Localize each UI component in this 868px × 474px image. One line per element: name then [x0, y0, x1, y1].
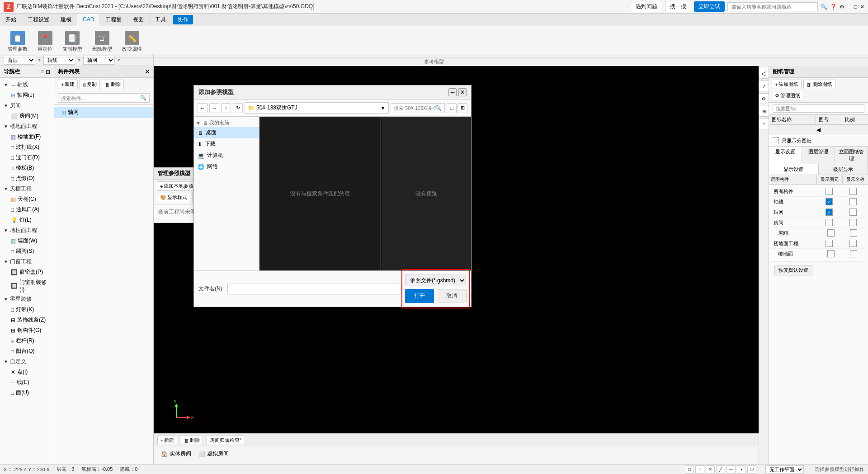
tab-view[interactable]: 视图: [127, 14, 150, 26]
reposition-btn[interactable]: 📍 重定位: [33, 28, 57, 55]
close-btn[interactable]: ✕: [860, 4, 864, 10]
axis-show-name-checkbox[interactable]: [849, 198, 857, 205]
tab-elevation-drawing[interactable]: 立面图纸管理: [835, 147, 868, 164]
dialog-search-input[interactable]: [394, 105, 435, 111]
tab-project-settings[interactable]: 工程设置: [22, 14, 55, 26]
status-fill-icon[interactable]: ▪: [737, 465, 746, 474]
tree-item-point-i[interactable]: ✕ 点(I): [0, 367, 54, 377]
manage-drawing-btn[interactable]: ⚙ 管理图纸: [772, 91, 803, 100]
restore-default-btn[interactable]: 恢复默认设置: [774, 265, 812, 275]
section-door-window[interactable]: ▼ 门窗工程 🔲 窗帘盒(P) 🔲 门窗洞装修(I): [0, 256, 54, 294]
room-section-show-name-checkbox[interactable]: [849, 219, 857, 226]
filetype-select[interactable]: 参照文件(*.gshmd): [405, 275, 466, 286]
section-door-window-header[interactable]: ▼ 门窗工程: [0, 256, 54, 267]
axis-show-element-checkbox[interactable]: ✓: [826, 198, 833, 205]
grid-view-icon[interactable]: ⊞: [759, 106, 769, 117]
tab-collaborate[interactable]: 协作: [173, 15, 193, 24]
try-now-btn[interactable]: 立即尝试: [694, 1, 725, 12]
section-misc-header[interactable]: ▼ 零星装修: [0, 294, 54, 304]
open-btn[interactable]: 打开: [405, 289, 434, 303]
close-comp-panel-icon[interactable]: ✕: [145, 69, 150, 75]
all-comp-show-name-checkbox[interactable]: [849, 188, 857, 195]
tree-item-face-u[interactable]: □ 面(U): [0, 388, 54, 398]
tab-start[interactable]: 开始: [0, 14, 22, 26]
all-comp-show-element-checkbox[interactable]: [826, 188, 833, 195]
work-plane-select[interactable]: 无工作平面: [765, 465, 804, 474]
path-bar[interactable]: 📁 50#-138双拼GTJ ▼: [245, 102, 389, 114]
tree-item-steel-g[interactable]: ⊞ 钢构件(G): [0, 325, 54, 336]
file-tree-network[interactable]: 🌐 网络: [194, 161, 259, 172]
cancel-btn[interactable]: 取消: [437, 289, 467, 303]
layers-icon[interactable]: ≡: [759, 118, 769, 129]
file-tree-desktop[interactable]: 🖥 桌面: [194, 127, 259, 138]
tree-item-dot-o[interactable]: □ 点缀(O): [0, 173, 54, 184]
tree-item-line-e[interactable]: ─ 线(E): [0, 377, 54, 388]
tab-tools[interactable]: 工具: [150, 14, 172, 26]
new-comp-btn[interactable]: + 新建: [58, 80, 78, 89]
help-search-input[interactable]: [727, 2, 818, 11]
floor-section-show-name-checkbox[interactable]: [849, 240, 857, 247]
tree-item-wave-x[interactable]: □ 波打线(X): [0, 142, 54, 152]
virtual-room-item[interactable]: ⬜ 虚拟房间: [198, 450, 229, 458]
settings-view-icon[interactable]: ⚙: [759, 93, 769, 104]
tab-display-settings[interactable]: 显示设置: [769, 147, 802, 164]
view-mode-btn1[interactable]: □: [447, 103, 457, 113]
solid-room-item[interactable]: 🏠 实体房间: [161, 450, 191, 458]
grid-show-element-checkbox[interactable]: ✓: [826, 209, 833, 216]
tree-item-ceiling-c[interactable]: ▥ 天棚(C): [0, 194, 54, 204]
tab-layer-mgmt[interactable]: 图层管理: [802, 147, 835, 164]
help-icon[interactable]: ❓: [830, 4, 837, 10]
component-search-input[interactable]: [61, 95, 140, 101]
file-tree-downloads[interactable]: ⬇ 下载: [194, 138, 259, 150]
manage-params-btn[interactable]: 📋 管理参数: [4, 28, 32, 55]
list-view-icon[interactable]: ≡: [41, 69, 44, 75]
tree-item-light-l[interactable]: 💡 灯(L): [0, 215, 54, 225]
filename-input[interactable]: [227, 284, 401, 294]
file-tree-computer[interactable]: 💻 计算机: [194, 150, 259, 161]
delete-room-btn[interactable]: 🗑 删除: [181, 436, 203, 445]
path-dropdown-icon[interactable]: ▼: [380, 105, 386, 111]
settings-icon[interactable]: ⚙: [840, 4, 844, 10]
delete-drawing-btn[interactable]: 🗑 删除图纸: [803, 80, 835, 89]
subtab-floor-display[interactable]: 楼层显示: [819, 164, 868, 175]
refresh-btn[interactable]: ↻: [233, 103, 243, 113]
section-axis[interactable]: ▼ ─ 轴线 ⊞ 轴网(J): [0, 80, 54, 100]
tree-item-door-window-decor-i[interactable]: 🔲 门窗洞装修(I): [0, 277, 54, 294]
room-section-show-element-checkbox[interactable]: [826, 219, 833, 226]
section-floor[interactable]: ▼ 楼地面工程 ▥ 楼地面(F) □ 波打线(X) □ 过门石(D) □ 楼: [0, 121, 54, 184]
section-misc[interactable]: ▼ 零星装修 □ 灯带(K) ⊟ 装饰线条(Z) ⊞ 钢构件(G) ≡ 栏杆: [0, 294, 54, 356]
status-line-icon[interactable]: ╱: [716, 465, 725, 474]
status-dash-icon[interactable]: —: [726, 465, 736, 474]
tree-item-grid-j[interactable]: ⊞ 轴网(J): [0, 90, 54, 100]
floor-show-name-checkbox[interactable]: [850, 250, 857, 257]
room-check-btn[interactable]: 房间归属检查*: [207, 436, 245, 445]
section-ceiling-header[interactable]: ▼ 天棚工程: [0, 184, 54, 194]
dialog-close-btn[interactable]: ✕: [458, 88, 467, 96]
tree-item-curtain-box-p[interactable]: 🔲 窗帘盒(P): [0, 267, 54, 277]
tree-item-stairs-b[interactable]: □ 楼梯(B): [0, 163, 54, 173]
floor-show-element-checkbox[interactable]: [827, 250, 835, 257]
minimize-btn[interactable]: ─: [847, 4, 851, 10]
tree-item-balcony-q[interactable]: □ 阳台(Q): [0, 346, 54, 356]
tree-item-floor-f[interactable]: ▥ 楼地面(F): [0, 132, 54, 142]
tree-item-vent-a[interactable]: □ 通风口(A): [0, 204, 54, 215]
room-show-name-checkbox[interactable]: [850, 229, 857, 237]
right-panel-expand[interactable]: ◀: [769, 125, 868, 135]
show-dividing-checkbox[interactable]: [772, 137, 779, 144]
tree-item-room-m[interactable]: ⬜ 房间(M): [0, 111, 54, 121]
encounter-issue-btn[interactable]: 遇到问题: [631, 1, 662, 12]
back-btn[interactable]: ←: [198, 103, 208, 113]
tab-quantity[interactable]: 工程量: [100, 14, 127, 26]
tab-cad[interactable]: CAD: [77, 14, 100, 26]
copy-model-btn[interactable]: 📑 复制模型: [58, 28, 86, 55]
tree-item-wall-w[interactable]: ▥ 墙面(W): [0, 236, 54, 246]
add-drawing-btn[interactable]: + 添加图纸: [772, 80, 802, 89]
grid-show-name-checkbox[interactable]: [849, 209, 857, 216]
section-wall[interactable]: ▼ 墙柱面工程 ▥ 墙面(W) □ 踢脚(S): [0, 225, 54, 256]
status-circle-icon[interactable]: ○: [695, 465, 704, 474]
component-item-grid[interactable]: ⊞ 轴网: [54, 107, 153, 118]
expand-view-icon[interactable]: ◁: [759, 68, 769, 79]
status-rect-icon[interactable]: □: [685, 465, 694, 474]
section-room-header[interactable]: ▼ 房间: [0, 100, 54, 111]
up-btn[interactable]: ↑: [221, 103, 231, 113]
